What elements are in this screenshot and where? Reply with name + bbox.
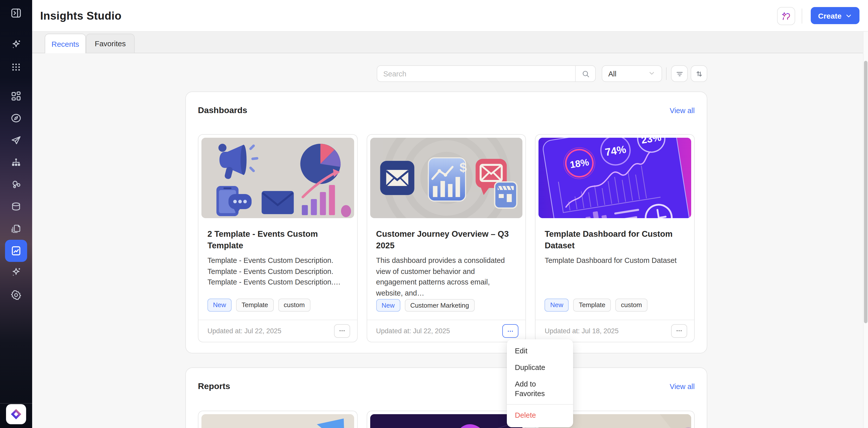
segments-icon[interactable] xyxy=(10,178,22,191)
apps-grid-icon[interactable] xyxy=(10,61,22,73)
menu-divider xyxy=(507,404,573,405)
page-title: Insights Studio xyxy=(40,0,122,32)
card-tags: New Template custom xyxy=(545,299,685,312)
tab-recents[interactable]: Recents xyxy=(45,34,86,53)
card-title: Template Dashboard for Custom Dataset xyxy=(545,228,685,252)
card-more-menu-icon[interactable] xyxy=(334,324,350,338)
main-content: All Dashboards View all xyxy=(32,53,868,428)
header-divider xyxy=(802,8,802,24)
search-input[interactable] xyxy=(377,66,575,81)
search-box xyxy=(377,65,596,82)
view-all-reports-link[interactable]: View all xyxy=(670,382,695,391)
card-thumbnail-channel-icons: $ xyxy=(370,138,522,218)
dashboards-section: Dashboards View all xyxy=(185,91,707,353)
tag-new: New xyxy=(208,299,231,312)
ai-sparkles-icon[interactable] xyxy=(10,39,22,51)
tag-new: New xyxy=(376,299,400,312)
panel-collapse-icon[interactable] xyxy=(10,7,22,19)
database-icon[interactable] xyxy=(10,201,22,212)
card-thumbnail-marketing-icons xyxy=(202,138,354,218)
storefront-tile xyxy=(495,182,517,208)
tag: custom xyxy=(615,299,648,312)
sidebar xyxy=(0,0,32,428)
report-thumbnail-arrow xyxy=(202,414,354,428)
updated-at-label: Updated at: Jul 18, 2025 xyxy=(545,327,619,335)
dashboard-card-2[interactable]: $ xyxy=(366,134,526,342)
report-card-1[interactable] xyxy=(198,411,358,428)
insights-doc-icon xyxy=(10,245,22,257)
email-tile-illustration xyxy=(380,161,414,195)
card-context-menu: Edit Duplicate Add to Favorites Delete xyxy=(507,339,573,427)
tag-new: New xyxy=(545,299,569,312)
sort-arrows-icon[interactable] xyxy=(691,65,707,82)
settings-gear-icon[interactable] xyxy=(10,289,22,301)
tag: Template xyxy=(236,299,274,312)
dashboard-grid-icon[interactable] xyxy=(10,90,22,102)
view-all-dashboards-link[interactable]: View all xyxy=(670,107,695,115)
card-more-menu-icon-open[interactable] xyxy=(502,324,519,338)
filter-lines-icon[interactable] xyxy=(671,65,688,82)
card-thumbnail-neon-dashboard: 18% 74% 23% xyxy=(539,138,691,218)
sitemap-icon[interactable] xyxy=(10,156,22,168)
card-tags: New Customer Marketing xyxy=(376,299,516,312)
toolbar-divider xyxy=(666,67,666,80)
insights-studio-app: Insights Studio Create Recents Favorites xyxy=(0,0,868,428)
section-title-dashboards: Dashboards xyxy=(198,106,247,116)
ai-assistant-icon[interactable] xyxy=(777,7,795,25)
search-icon[interactable] xyxy=(575,66,595,81)
type-filter-value: All xyxy=(608,69,616,78)
dashboard-card-1[interactable]: 2 Template - Events Custom Template Temp… xyxy=(198,134,358,342)
envelope-illustration xyxy=(262,191,294,214)
type-filter-dropdown[interactable]: All xyxy=(602,65,662,82)
card-title: Customer Journey Overview – Q3 2025 xyxy=(376,228,516,252)
report-card-2[interactable] xyxy=(366,411,526,428)
reports-section: Reports View all xyxy=(185,367,707,428)
menu-item-edit[interactable]: Edit xyxy=(507,343,573,360)
sidebar-divider xyxy=(0,403,32,404)
section-title-reports: Reports xyxy=(198,381,230,392)
card-description: This dashboard provides a consolidated v… xyxy=(376,255,516,299)
revenue-chart-tile-illustration: $ xyxy=(428,158,467,201)
brand-logo xyxy=(6,404,26,424)
card-description: Template Dashboard for Custom Dataset xyxy=(545,255,685,266)
chevron-down-icon xyxy=(846,12,852,19)
tilted-dashboard-panel: 18% 74% 23% xyxy=(542,138,691,218)
ai-sparkles-icon-2[interactable] xyxy=(10,266,22,279)
tag: Customer Marketing xyxy=(405,299,474,312)
updated-at-label: Updated at: Jul 22, 2025 xyxy=(376,327,450,335)
card-title: 2 Template - Events Custom Template xyxy=(208,228,348,252)
top-bar: Insights Studio Create xyxy=(32,0,868,32)
tag: Template xyxy=(574,299,611,312)
scrollbar-thumb[interactable] xyxy=(864,61,868,323)
tab-bar: Recents Favorites xyxy=(32,32,868,53)
sidebar-item-insights-active[interactable] xyxy=(5,240,27,262)
card-tags: New Template custom xyxy=(208,299,348,312)
menu-item-duplicate[interactable]: Duplicate xyxy=(507,360,573,376)
dashboard-card-3[interactable]: 18% 74% 23% xyxy=(535,134,695,342)
create-button[interactable]: Create xyxy=(811,7,860,24)
menu-item-delete[interactable]: Delete xyxy=(507,407,573,424)
tag: custom xyxy=(278,299,310,312)
menu-item-add-to-favorites[interactable]: Add to Favorites xyxy=(507,376,573,402)
pie-chart-illustration xyxy=(300,144,341,184)
create-button-label: Create xyxy=(818,11,841,20)
chevron-down-icon xyxy=(648,69,655,78)
page-scrollbar xyxy=(863,32,868,428)
svg-text:$: $ xyxy=(459,160,467,175)
compass-icon[interactable] xyxy=(10,112,22,124)
copy-pages-icon[interactable] xyxy=(10,222,22,234)
card-description: Template - Events Custom Description. Te… xyxy=(208,255,348,288)
card-more-menu-icon[interactable] xyxy=(671,324,687,338)
updated-at-label: Updated at: Jul 22, 2025 xyxy=(208,327,281,335)
report-thumbnail-neon-rings xyxy=(370,414,522,428)
tab-favorites[interactable]: Favorites xyxy=(86,34,135,53)
send-icon[interactable] xyxy=(10,134,22,146)
